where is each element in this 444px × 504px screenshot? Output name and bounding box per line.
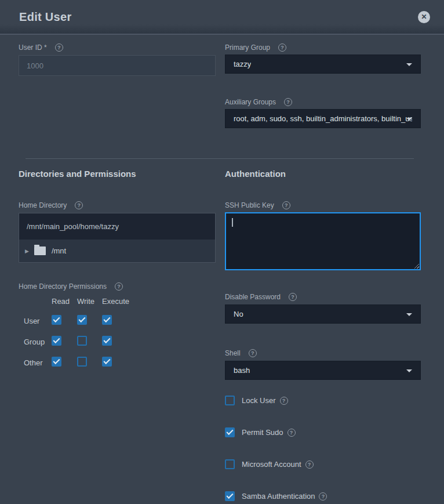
help-icon[interactable]: ? bbox=[55, 43, 63, 52]
home-directory-label: Home Directory bbox=[19, 201, 67, 209]
perm-row-user: User bbox=[19, 315, 216, 325]
help-icon[interactable]: ? bbox=[319, 492, 327, 501]
user-id-column: User ID * ? bbox=[19, 35, 216, 158]
ssh-public-key-textarea[interactable] bbox=[225, 212, 421, 270]
perm-row-label: User bbox=[19, 317, 52, 325]
dialog-header: Edit User ✕ bbox=[0, 0, 444, 35]
permit-sudo-label: Permit Sudo bbox=[242, 428, 283, 437]
primary-group-select[interactable]: tazzy bbox=[225, 55, 421, 74]
help-icon[interactable]: ? bbox=[115, 282, 123, 291]
groups-column: Primary Group ? tazzy Auxiliary Groups ?… bbox=[225, 35, 421, 158]
checkbox-other-execute[interactable] bbox=[102, 357, 112, 367]
auxiliary-groups-select[interactable]: root, adm, sudo, ssh, builtin_administra… bbox=[225, 109, 421, 128]
disable-password-value: No bbox=[234, 310, 243, 318]
edit-user-dialog: Edit User ✕ User ID * ? Primary Group ? bbox=[0, 0, 444, 501]
tree-node-label: /mnt bbox=[52, 246, 66, 255]
auxiliary-groups-label: Auxiliary Groups bbox=[225, 98, 276, 106]
checkbox-other-write[interactable] bbox=[77, 357, 87, 367]
primary-group-value: tazzy bbox=[234, 60, 251, 68]
ssh-public-key-label: SSH Public Key bbox=[225, 201, 274, 209]
microsoft-account-checkbox[interactable] bbox=[225, 459, 235, 469]
microsoft-account-label: Microsoft Account bbox=[242, 460, 301, 469]
permit-sudo-option: Permit Sudo ? bbox=[225, 427, 421, 437]
authentication-section: Authentication SSH Public Key ? Disable … bbox=[225, 159, 421, 501]
chevron-down-icon bbox=[406, 369, 412, 372]
home-directory-input[interactable] bbox=[19, 213, 215, 240]
shell-select[interactable]: bash bbox=[225, 361, 421, 380]
lock-user-checkbox[interactable] bbox=[225, 396, 235, 405]
directories-section: Directories and Permissions Home Directo… bbox=[19, 159, 216, 501]
help-icon[interactable]: ? bbox=[284, 98, 292, 106]
samba-authentication-checkbox[interactable] bbox=[225, 491, 235, 501]
help-icon[interactable]: ? bbox=[282, 201, 290, 209]
home-directory-explorer: ▶ /mnt bbox=[19, 213, 216, 263]
folder-icon bbox=[34, 246, 46, 255]
identity-section: User ID * ? Primary Group ? tazzy Auxili… bbox=[19, 35, 421, 158]
help-icon[interactable]: ? bbox=[289, 293, 297, 301]
disable-password-select[interactable]: No bbox=[225, 304, 421, 324]
perm-row-label: Other bbox=[19, 358, 52, 367]
perm-header-row: Read Write Execute bbox=[19, 296, 216, 306]
close-icon: ✕ bbox=[421, 13, 427, 20]
directories-heading: Directories and Permissions bbox=[19, 169, 216, 179]
samba-authentication-label: Samba Authentication bbox=[242, 492, 315, 501]
page-title: Edit User bbox=[19, 10, 72, 24]
help-icon[interactable]: ? bbox=[75, 201, 83, 209]
perm-col-read: Read bbox=[52, 297, 77, 306]
user-id-label: User ID * bbox=[19, 43, 47, 52]
help-icon[interactable]: ? bbox=[280, 397, 288, 405]
shell-label: Shell bbox=[225, 349, 241, 357]
chevron-down-icon bbox=[406, 63, 412, 66]
authentication-heading: Authentication bbox=[225, 169, 421, 179]
home-permissions-table: Read Write Execute User Group bbox=[19, 296, 216, 367]
help-icon[interactable]: ? bbox=[305, 461, 314, 469]
checkbox-user-execute[interactable] bbox=[102, 315, 112, 325]
help-icon[interactable]: ? bbox=[287, 429, 296, 437]
user-id-input bbox=[19, 55, 216, 76]
checkbox-user-write[interactable] bbox=[77, 315, 87, 325]
perm-row-group: Group bbox=[19, 336, 216, 346]
microsoft-account-option: Microsoft Account ? bbox=[225, 459, 421, 469]
samba-authentication-option: Samba Authentication ? bbox=[225, 491, 421, 501]
main-sections: Directories and Permissions Home Directo… bbox=[19, 159, 421, 501]
checkbox-user-read[interactable] bbox=[52, 315, 61, 325]
close-button[interactable]: ✕ bbox=[418, 11, 430, 23]
dialog-body: User ID * ? Primary Group ? tazzy Auxili… bbox=[0, 35, 444, 501]
tree-node-mnt[interactable]: ▶ /mnt bbox=[19, 240, 215, 262]
perm-row-other: Other bbox=[19, 357, 216, 367]
checkbox-group-read[interactable] bbox=[52, 336, 61, 346]
shell-value: bash bbox=[234, 366, 250, 375]
auxiliary-groups-value: root, adm, sudo, ssh, builtin_administra… bbox=[234, 114, 412, 123]
chevron-down-icon bbox=[406, 313, 412, 316]
lock-user-label: Lock User bbox=[242, 396, 276, 405]
help-icon[interactable]: ? bbox=[249, 349, 257, 357]
expander-icon[interactable]: ▶ bbox=[25, 248, 29, 254]
checkbox-other-read[interactable] bbox=[52, 357, 61, 367]
text-cursor bbox=[232, 218, 233, 227]
ssh-public-key-field bbox=[225, 212, 421, 270]
checkbox-group-write[interactable] bbox=[77, 336, 87, 346]
perm-col-execute: Execute bbox=[102, 297, 137, 306]
lock-user-option: Lock User ? bbox=[225, 396, 421, 405]
primary-group-label: Primary Group bbox=[225, 43, 270, 52]
perm-row-label: Group bbox=[19, 338, 52, 346]
checkbox-group-execute[interactable] bbox=[102, 336, 112, 346]
chevron-down-icon bbox=[406, 118, 412, 121]
home-permissions-label: Home Directory Permissions bbox=[19, 282, 107, 291]
disable-password-label: Disable Password bbox=[225, 293, 281, 301]
perm-col-write: Write bbox=[77, 297, 102, 306]
help-icon[interactable]: ? bbox=[278, 43, 286, 52]
permit-sudo-checkbox[interactable] bbox=[225, 427, 235, 437]
